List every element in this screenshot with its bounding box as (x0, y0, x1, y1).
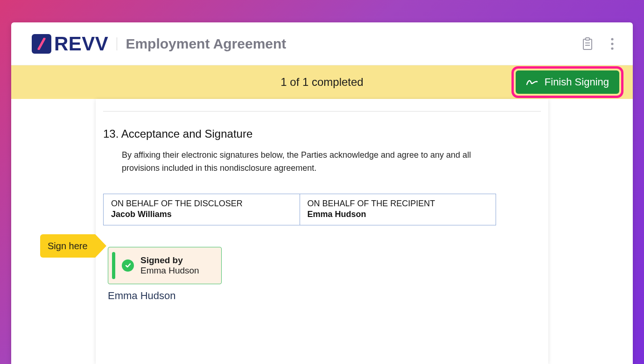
brand-wordmark: REVV (54, 33, 108, 55)
svg-point-6 (611, 42, 613, 45)
gradient-background: REVV Employment Agreement (0, 0, 644, 364)
party-name: Jacob Williams (111, 210, 292, 219)
more-menu-icon[interactable] (610, 37, 614, 50)
finish-signing-button[interactable]: Finish Signing (516, 70, 619, 94)
svg-rect-1 (583, 39, 592, 49)
finish-button-highlight: Finish Signing (511, 66, 623, 98)
signed-by-card[interactable]: Signed by Emma Hudson (108, 247, 222, 284)
signature-icon (526, 78, 538, 86)
header: REVV Employment Agreement (11, 22, 633, 65)
document-page: Sign here 13. Acceptance and Signature B… (96, 99, 548, 364)
signed-by-name: Emma Hudson (140, 266, 199, 276)
brand-logo[interactable]: REVV (32, 33, 108, 55)
party-label: ON BEHALF OF THE DISCLOSER (111, 199, 292, 209)
check-circle-icon (122, 259, 134, 272)
clipboard-icon[interactable] (581, 37, 594, 51)
signer-name-caption: Emma Hudson (108, 290, 541, 302)
header-actions (581, 37, 614, 51)
table-cell-recipient: ON BEHALF OF THE RECIPIENT Emma Hudson (300, 194, 496, 225)
party-label: ON BEHALF OF THE RECIPIENT (308, 199, 489, 209)
app-window: REVV Employment Agreement (11, 22, 633, 364)
svg-line-0 (39, 39, 44, 49)
signed-accent-bar (112, 252, 115, 279)
svg-rect-2 (586, 38, 589, 40)
signature-table: ON BEHALF OF THE DISCLOSER Jacob William… (103, 194, 496, 225)
sign-here-label: Sign here (48, 241, 88, 252)
signed-text: Signed by Emma Hudson (140, 255, 199, 276)
section-divider (103, 111, 541, 112)
section-body: By affixing their electronic signatures … (103, 149, 490, 175)
sign-here-flag[interactable]: Sign here (40, 234, 95, 258)
brand-mark-icon (32, 34, 51, 54)
status-bar: 1 of 1 completed Finish Signing (11, 65, 633, 99)
progress-text: 1 of 1 completed (280, 76, 363, 89)
document-title: Employment Agreement (126, 36, 286, 52)
document-area: Sign here 13. Acceptance and Signature B… (11, 99, 633, 364)
signed-by-title: Signed by (140, 255, 199, 266)
svg-point-7 (611, 47, 613, 49)
finish-signing-label: Finish Signing (545, 76, 609, 88)
party-name: Emma Hudson (308, 210, 489, 219)
svg-point-5 (611, 38, 613, 40)
section-title: 13. Acceptance and Signature (103, 127, 541, 140)
table-cell-discloser: ON BEHALF OF THE DISCLOSER Jacob William… (104, 194, 300, 225)
title-separator (117, 37, 117, 50)
